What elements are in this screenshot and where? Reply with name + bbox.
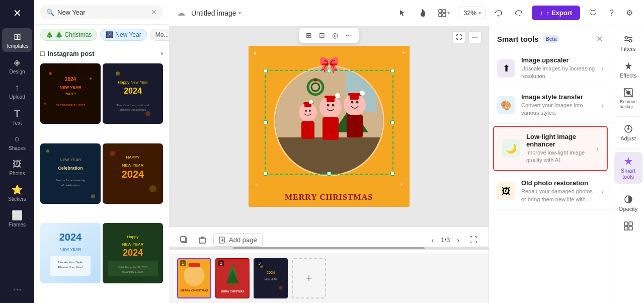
help-button[interactable]: ? <box>606 7 617 20</box>
effects-label: Effects <box>620 72 636 79</box>
upscaler-icon: ⬆ <box>503 63 510 74</box>
svg-text:Elevate Your Style,: Elevate Your Style, <box>58 261 84 264</box>
tool-image-upscaler[interactable]: ⬆ Image upscaler Upscale images by incre… <box>489 50 612 87</box>
sidebar-item-upload[interactable]: ↑ Upload <box>2 80 32 103</box>
family-photo <box>275 67 384 176</box>
hand-tool-button[interactable] <box>415 7 429 19</box>
canvas-more-button[interactable]: ⋯ <box>468 31 481 43</box>
handle-top-right[interactable] <box>390 69 394 73</box>
svg-point-74 <box>332 104 334 107</box>
delete-page-button[interactable] <box>195 234 209 246</box>
svg-rect-82 <box>199 238 205 243</box>
handle-right-middle[interactable] <box>390 120 394 124</box>
add-page-strip-button[interactable]: + <box>292 258 326 298</box>
canvas-more-options-button[interactable]: ⋯ <box>343 30 355 41</box>
tool-photo-restoration[interactable]: 🖼 Old photo restoration Repair your dama… <box>489 173 612 210</box>
template-thumb-5[interactable]: 2024 NEW YEAR Elevate Your Style, Elevat… <box>40 223 101 283</box>
sidebar-item-shapes[interactable]: ○ Shapes <box>2 131 32 154</box>
grid-tool-button[interactable]: ⊡ <box>316 30 328 41</box>
svg-text:2024: 2024 <box>65 77 76 82</box>
smart-tools-icon <box>623 156 633 166</box>
sidebar-item-stickers[interactable]: ⭐ Stickers <box>2 181 32 205</box>
trash-icon <box>198 236 206 244</box>
sidebar-label-design: Design <box>9 69 25 74</box>
horizontal-scrollbar[interactable] <box>169 247 489 250</box>
document-icon: ☁ <box>177 8 185 18</box>
handle-bottom-left[interactable] <box>264 172 268 176</box>
search-clear-button[interactable]: ✕ <box>151 8 157 16</box>
thumb-page-1[interactable]: 1 MERRY CHRISTMAS <box>177 258 211 298</box>
svg-point-70 <box>360 91 365 96</box>
scrollbar-thumb[interactable] <box>233 247 425 249</box>
style-chevron-icon: › <box>601 101 604 109</box>
remove-bg-tool[interactable]: Remove backgr... <box>614 84 642 113</box>
position-tool[interactable] <box>614 217 642 237</box>
filters-tool[interactable]: Filters <box>614 30 642 56</box>
redo-button[interactable] <box>512 7 526 19</box>
duplicate-page-button[interactable] <box>177 234 191 246</box>
thumb-page-3[interactable]: 3 2024 NEW YEAR <box>254 258 288 298</box>
handle-bottom-right[interactable] <box>390 172 394 176</box>
sidebar-item-photos[interactable]: 🖼 Photos <box>2 156 32 179</box>
document-title[interactable]: Untitled image ▾ <box>191 9 241 17</box>
undo-button[interactable] <box>492 7 506 19</box>
template-thumb-3[interactable]: NEW YEAR Celebration Join us for an even… <box>40 143 101 204</box>
next-page-button[interactable]: › <box>454 235 462 246</box>
thumb-page-2[interactable]: 2 MERRY CHRISTMAS <box>215 258 250 298</box>
search-input[interactable] <box>57 9 148 16</box>
add-page-button[interactable]: Add page <box>213 233 263 247</box>
close-smart-tools-button[interactable]: ✕ <box>595 33 604 45</box>
select-tool-button[interactable] <box>395 7 409 19</box>
svg-text:Celebration: Celebration <box>58 166 83 171</box>
svg-rect-18 <box>55 174 86 174</box>
redo-icon <box>515 9 523 17</box>
present-button[interactable]: ⛶ <box>466 234 480 247</box>
effects-tool[interactable]: Effects <box>614 57 642 83</box>
smart-tools-tool[interactable]: Smart tools <box>614 152 642 184</box>
mask-tool-button[interactable]: ◎ <box>330 30 341 41</box>
template-thumb-6[interactable]: Happy NEW YEAR 2024 Valid: December 31, … <box>103 223 163 283</box>
adjust-tool[interactable]: Adjust <box>614 120 642 145</box>
smart-tools-label: Smart tools <box>616 168 640 180</box>
svg-rect-81 <box>181 237 186 242</box>
svg-point-73 <box>327 104 329 107</box>
merry-christmas-label: MERRY CHRISTMAS <box>249 193 410 202</box>
zoom-control[interactable]: 32% ▾ <box>459 7 486 19</box>
lowlight-text: Low-light image enhancer Improve low-lig… <box>526 133 590 165</box>
sidebar-item-text[interactable]: T Text <box>2 105 32 129</box>
sidebar-item-more[interactable]: ⋯ <box>2 281 32 299</box>
svg-text:of celebration: of celebration <box>61 184 79 187</box>
tool-low-light-enhancer[interactable]: 🌙 Low-light image enhancer Improve low-l… <box>493 126 608 172</box>
position-icon <box>623 221 633 231</box>
opacity-tool[interactable]: Opacity <box>614 190 642 216</box>
zoom-value: 32% <box>463 9 476 17</box>
tool-style-transfer[interactable]: 🎨 Image style transfer Convert your imag… <box>489 87 612 124</box>
upscaler-desc: Upscale images by increasing resolution. <box>521 65 595 81</box>
template-thumb-2[interactable]: Happy New Year 2024 There's a fresh star… <box>103 63 163 124</box>
sidebar-item-frames[interactable]: ⬜ Frames <box>2 207 32 231</box>
shield-icon[interactable]: 🛡 <box>586 7 600 20</box>
fullscreen-button[interactable]: ⛶ <box>452 31 465 43</box>
smart-tools-header: Smart tools Beta ✕ <box>489 26 612 50</box>
template-panel: 🔍 ✕ 🎄 🎄 Christmas 🎆 New Year Mo... □ Ins… <box>34 0 169 303</box>
thumb-1-number: 1 <box>180 260 186 266</box>
layout-chevron-icon: ▾ <box>447 10 450 16</box>
handle-top-left[interactable] <box>264 69 268 73</box>
category-header[interactable]: □ Instagram post ▾ <box>34 45 169 61</box>
tag-more[interactable]: Mo... <box>150 29 169 41</box>
template-thumb-1[interactable]: 2024 NEW YEAR PARTY DECEMBER 31, 2023 <box>40 63 101 124</box>
sidebar-item-templates[interactable]: ⊞ Templates <box>2 28 32 52</box>
tag-christmas[interactable]: 🎄 🎄 Christmas <box>40 29 97 41</box>
template-thumb-4[interactable]: HAPPY NEW YEAR 2024 <box>103 143 163 204</box>
handle-left-middle[interactable] <box>264 120 268 124</box>
logo-button[interactable]: ✕ <box>8 4 26 22</box>
export-button[interactable]: ↑ ↑ Export <box>532 6 580 20</box>
svg-rect-108 <box>629 222 632 225</box>
tag-newyear[interactable]: 🎆 New Year <box>100 29 146 41</box>
settings-button[interactable]: ⚙ <box>623 6 636 20</box>
stickers-icon: ⭐ <box>12 184 23 195</box>
prev-page-button[interactable]: ‹ <box>429 235 437 246</box>
sidebar-item-design[interactable]: ◈ Design <box>2 54 32 78</box>
crop-tool-button[interactable]: ⊞ <box>303 30 314 41</box>
layout-tool-button[interactable]: ▾ <box>435 7 453 19</box>
